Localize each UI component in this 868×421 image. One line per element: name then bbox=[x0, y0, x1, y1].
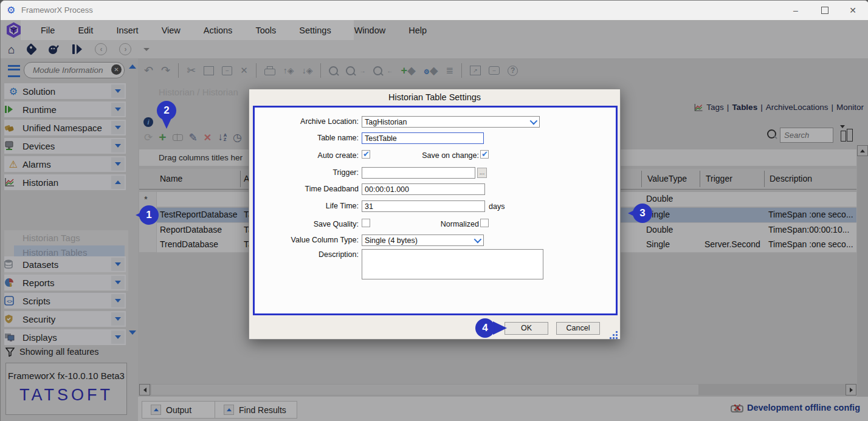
title-bar: ⚙ FrameworX Process – ✕ bbox=[1, 1, 868, 21]
life-time-label: Life Time: bbox=[258, 202, 359, 210]
cancel-button[interactable]: Cancel bbox=[556, 322, 600, 335]
maximize-button[interactable] bbox=[813, 3, 837, 18]
description-label: Description: bbox=[258, 250, 359, 259]
normalized-label: Normalized bbox=[362, 220, 479, 228]
archive-location-combo[interactable]: TagHistorian bbox=[362, 116, 540, 128]
trigger-label: Trigger: bbox=[258, 168, 359, 177]
trigger-input[interactable] bbox=[362, 167, 475, 179]
callout-badge-3: 3 bbox=[633, 204, 652, 223]
value-column-type-label: Value Column Type: bbox=[258, 236, 359, 244]
app-gear-icon: ⚙ bbox=[7, 4, 15, 16]
table-name-label: Table name: bbox=[258, 134, 359, 142]
window-title: FrameworX Process bbox=[21, 5, 93, 15]
save-on-change-label: Save on change: bbox=[362, 151, 479, 160]
callout-badge-4: 4 bbox=[475, 318, 495, 338]
callout-badge-1: 1 bbox=[139, 205, 159, 225]
callout-4-arrow bbox=[493, 321, 514, 335]
minimize-button[interactable]: – bbox=[784, 3, 808, 18]
life-time-input[interactable] bbox=[362, 200, 485, 212]
dialog-body: Archive Location: TagHistorian Table nam… bbox=[253, 106, 618, 315]
maximize-icon bbox=[821, 7, 828, 14]
time-deadband-label: Time Deadband bbox=[258, 185, 359, 193]
trigger-browse-button[interactable]: ... bbox=[477, 168, 487, 178]
auto-create-label: Auto create: bbox=[258, 151, 359, 160]
chevron-down-icon bbox=[474, 236, 482, 244]
archive-location-label: Archive Location: bbox=[258, 117, 359, 126]
time-deadband-input[interactable] bbox=[362, 183, 485, 195]
resize-grip[interactable] bbox=[616, 331, 618, 333]
save-on-change-checkbox[interactable] bbox=[480, 150, 489, 159]
chevron-down-icon bbox=[530, 117, 538, 125]
days-suffix-label: days bbox=[489, 202, 505, 211]
dialog-footer: OK Cancel bbox=[249, 317, 621, 340]
callout-badge-2: 2 bbox=[157, 101, 176, 120]
normalized-checkbox[interactable] bbox=[480, 219, 489, 227]
app-window: ⚙ FrameworX Process – ✕ File Edit Insert… bbox=[0, 0, 868, 421]
historian-table-settings-dialog: Historian Table Settings Archive Locatio… bbox=[249, 89, 621, 340]
dialog-title: Historian Table Settings bbox=[249, 89, 620, 106]
description-textarea[interactable] bbox=[362, 249, 543, 279]
close-button[interactable]: ✕ bbox=[841, 3, 865, 18]
value-column-type-combo[interactable]: Single (4 bytes) bbox=[362, 234, 484, 246]
save-quality-label: Save Quality: bbox=[258, 220, 359, 228]
table-name-input[interactable] bbox=[362, 132, 484, 144]
combo-value: Single (4 bytes) bbox=[365, 236, 418, 245]
combo-value: TagHistorian bbox=[365, 118, 407, 126]
